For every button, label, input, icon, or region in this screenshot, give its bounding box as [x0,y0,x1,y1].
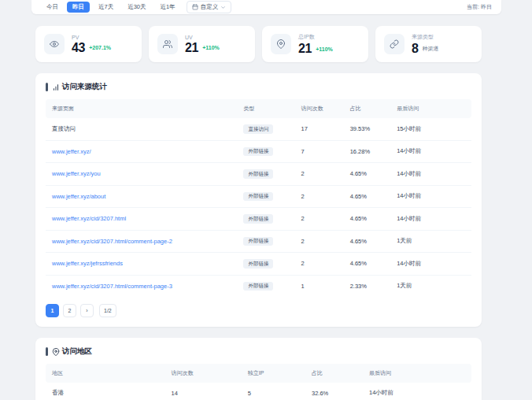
type-badge: 外部链接 [243,259,273,269]
page-button-1[interactable]: 1 [46,304,59,317]
stat-card-uv: UV 21 +110% [149,26,255,62]
last-visit-cell: 15小时前 [390,118,471,140]
visits-cell: 2 [294,230,343,253]
stat-label: PV [72,35,111,40]
visits-cell: 2 [294,185,343,208]
bar-chart-icon [52,83,60,91]
stat-card-total-ip: 总IP数 21 +110% [262,26,368,62]
table-row: www.jeffer.xyz/about 外部链接 2 4.65% 14小时前 [46,185,471,208]
page-button-2[interactable]: 2 [63,304,76,317]
tab-yesterday[interactable]: 昨日 [67,2,90,13]
share-cell: 4.65% [344,230,391,253]
type-badge: 直接访问 [243,124,273,134]
visits-cell: 2 [294,253,343,276]
table-row: 香港 14 5 32.6% 14小时前 [46,383,471,400]
chevron-down-icon [220,5,226,10]
visits-cell: 1 [294,275,343,297]
table-row: www.jeffer.xyz/ 外部链接 7 16.28% 14小时前 [46,140,471,163]
source-page-link[interactable]: www.jeffer.xyz/cid/3207.html/comment-pag… [52,283,172,290]
tab-last-30-days[interactable]: 近30天 [122,2,151,13]
last-visit-cell: 14小时前 [390,208,471,231]
stat-card-source-types: 来源类型 8 种渠道 [375,26,482,62]
last-visit-cell: 14小时前 [390,253,471,276]
map-pin-icon [271,34,291,54]
col-region: 地区 [46,364,164,383]
col-source-page: 来源页面 [46,99,237,118]
regions-section-header: 访问地区 [46,346,471,357]
custom-range-label: 自定义 [201,3,219,11]
table-row: www.jeffer.xyz/you 外部链接 2 4.65% 14小时前 [46,163,471,186]
last-visit-cell: 14小时前 [390,140,471,163]
visits-cell: 7 [294,140,343,163]
type-badge: 外部链接 [243,169,273,179]
sources-table-header-row: 来源页面 类型 访问次数 占比 最后访问 [46,99,471,118]
sources-table: 来源页面 类型 访问次数 占比 最后访问 直接访问 直接访问 17 39.53%… [46,99,471,297]
last-visit-cell: 14小时前 [363,383,471,400]
visits-cell: 2 [294,163,343,186]
stat-change: +207.1% [89,45,111,50]
share-cell: 39.53% [344,118,391,140]
last-visit-cell: 14小时前 [390,185,471,208]
sources-section: 访问来源统计 来源页面 类型 访问次数 占比 最后访问 直接访问 直接访问 17 [35,73,482,327]
table-row: www.jeffer.xyz/cid/3207.html/comment-pag… [46,275,471,297]
stat-label: UV [185,35,220,40]
unique-ip-cell: 5 [242,383,305,400]
sources-section-header: 访问来源统计 [46,82,471,92]
stat-value: 21 [185,42,198,54]
table-row: www.jeffer.xyz/cid/3207.html 外部链接 2 4.65… [46,208,471,231]
calendar-icon [192,4,198,10]
pagination: 1 2 › 1/2 [46,304,471,317]
table-row: 直接访问 直接访问 17 39.53% 15小时前 [46,118,471,140]
share-cell: 4.65% [344,208,391,231]
type-badge: 外部链接 [243,237,273,246]
last-visit-cell: 1天前 [390,230,471,253]
map-pin-icon [52,348,60,356]
regions-table-header-row: 地区 访问次数 独立IP 占比 最后访问 [46,364,471,383]
source-page-link[interactable]: www.jeffer.xyz/cid/3207.html [52,215,126,222]
stat-label: 总IP数 [298,33,333,41]
stat-card-pv: PV 43 +207.1% [35,26,142,62]
table-row: www.jeffer.xyz/cid/3207.html/comment-pag… [46,230,471,253]
last-visit-cell: 1天前 [390,275,471,297]
col-unique-ip: 独立IP [242,364,305,383]
users-icon [157,34,178,54]
share-cell: 16.28% [344,140,391,163]
share-cell: 2.33% [344,275,391,297]
share-cell: 4.65% [344,185,391,208]
visits-cell: 14 [164,383,241,400]
col-last-visit: 最后访问 [390,99,471,118]
stat-value: 43 [72,42,85,54]
source-page-link[interactable]: www.jeffer.xyz/you [52,170,101,177]
source-page-link[interactable]: www.jeffer.xyz/cid/3207.html/comment-pag… [52,238,172,245]
stat-change: +110% [202,45,220,50]
current-range-label: 当前: 昨日 [467,3,492,11]
eye-icon [44,34,65,54]
table-row: www.jeffer.xyz/jefrssfriends 外部链接 2 4.65… [46,253,471,276]
regions-section-title: 访问地区 [52,346,92,357]
visits-cell: 17 [294,118,343,140]
date-filter-bar: 今日 昨日 近7天 近30天 近1年 自定义 当前: 昨日 [31,0,501,14]
source-page-link[interactable]: www.jeffer.xyz/about [52,193,105,200]
stat-value: 8 [412,43,419,55]
last-visit-cell: 14小时前 [390,163,471,186]
stat-label: 来源类型 [412,33,439,41]
col-share: 占比 [305,364,363,383]
col-share: 占比 [344,99,391,118]
tab-last-year[interactable]: 近1年 [155,2,181,13]
sources-section-title: 访问来源统计 [52,82,107,92]
source-page-link[interactable]: www.jeffer.xyz/jefrssfriends [52,260,123,267]
regions-section: 访问地区 地区 访问次数 独立IP 占比 最后访问 香港 14 5 32. [35,338,482,400]
link-icon [384,34,405,54]
visits-cell: 2 [294,208,343,231]
tab-today[interactable]: 今日 [41,2,64,13]
type-badge: 外部链接 [243,282,273,291]
next-page-button[interactable]: › [80,304,94,317]
col-type: 类型 [237,99,294,118]
tab-last-7-days[interactable]: 近7天 [93,2,119,13]
source-page-link[interactable]: www.jeffer.xyz/ [52,148,91,155]
col-last-visit: 最后访问 [363,364,471,383]
accent-bar [46,347,48,356]
share-cell: 4.65% [344,163,391,186]
custom-range-button[interactable]: 自定义 [187,1,232,13]
stat-value: 21 [298,43,312,55]
